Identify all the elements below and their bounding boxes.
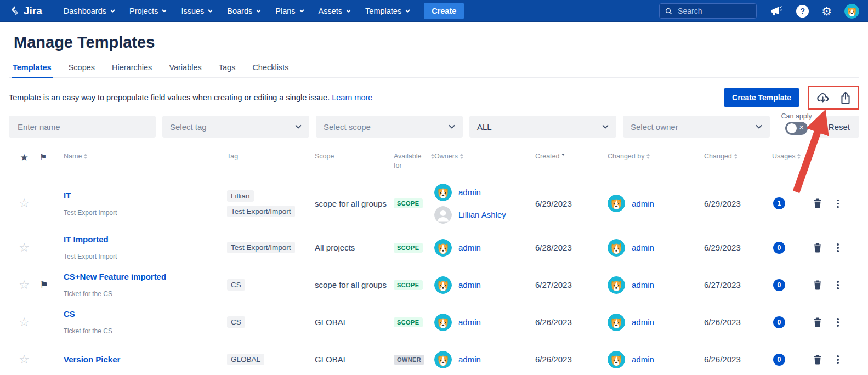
announcements-icon[interactable] — [769, 4, 784, 18]
changed-by-cell: admin — [605, 351, 700, 368]
sort-icon — [797, 154, 801, 159]
owner-link[interactable]: admin — [458, 355, 481, 364]
owner-link[interactable]: Lillian Ashley — [458, 210, 506, 219]
usages-badge[interactable]: 0 — [773, 316, 785, 328]
nav-menu-projects[interactable]: Projects — [122, 0, 174, 22]
delete-button[interactable] — [813, 317, 822, 328]
favorite-star-icon[interactable]: ☆ — [19, 242, 30, 254]
template-name-link[interactable]: IT Imported — [64, 235, 109, 244]
header-created[interactable]: Created — [533, 152, 605, 171]
delete-button[interactable] — [813, 198, 822, 209]
owner-link[interactable]: admin — [458, 280, 481, 289]
scope-filter-select[interactable]: Select scope — [316, 116, 463, 138]
learn-more-link[interactable]: Learn more — [332, 93, 372, 102]
nav-menu-templates[interactable]: Templates — [358, 0, 417, 22]
chevron-down-icon — [602, 124, 609, 129]
more-actions-button[interactable] — [835, 241, 841, 254]
favorite-star-icon[interactable]: ☆ — [19, 354, 30, 366]
delete-button[interactable] — [813, 354, 822, 365]
favorite-column-icon[interactable]: ★ — [20, 152, 28, 164]
header-tag[interactable]: Tag — [223, 152, 310, 171]
chevron-down-icon — [449, 124, 455, 129]
usages-badge[interactable]: 0 — [773, 279, 785, 291]
header-changed-by[interactable]: Changed by — [605, 152, 700, 171]
tag-chip: GLOBAL — [227, 354, 264, 365]
usages-badge[interactable]: 0 — [773, 242, 785, 254]
created-date: 6/26/2023 — [533, 355, 605, 364]
favorite-star-icon[interactable]: ☆ — [19, 279, 30, 291]
template-name-link[interactable]: IT — [64, 191, 71, 200]
nav-menu-boards[interactable]: Boards — [220, 0, 268, 22]
jira-logo-icon — [9, 5, 21, 17]
can-apply-toggle[interactable]: ✕ — [785, 122, 808, 135]
table-row: ☆ ⚑ CS Ticket for the CS CS GLOBAL SCOPE… — [9, 304, 859, 341]
header-scope[interactable]: Scope — [310, 152, 394, 171]
global-search[interactable] — [659, 3, 757, 19]
header-name[interactable]: Name — [58, 152, 223, 171]
create-template-button[interactable]: Create Template — [724, 88, 799, 107]
nav-create-button[interactable]: Create — [424, 3, 464, 19]
project-filter-select[interactable]: ALL — [469, 116, 616, 138]
more-actions-button[interactable] — [835, 316, 841, 329]
kebab-menu-icon — [835, 316, 841, 329]
trash-icon — [813, 242, 822, 253]
flag-column-icon[interactable]: ⚑ — [39, 152, 47, 163]
help-icon[interactable]: ? — [796, 5, 809, 18]
nav-menu-dashboards[interactable]: Dashboards — [56, 0, 122, 22]
user-avatar[interactable] — [844, 4, 859, 19]
table-header: ★ ⚑ Name Tag Scope Available for Owners … — [9, 152, 859, 178]
brand-name: Jira — [24, 5, 42, 17]
more-actions-button[interactable] — [835, 353, 841, 366]
header-available-for[interactable]: Available for — [394, 152, 434, 171]
changed-by-link[interactable]: admin — [632, 199, 654, 208]
name-filter-input[interactable] — [16, 122, 148, 132]
nav-menu-issues[interactable]: Issues — [174, 0, 220, 22]
import-templates-button[interactable] — [815, 91, 830, 104]
favorite-star-icon[interactable]: ☆ — [19, 316, 30, 328]
template-name-link[interactable]: CS+New Feature imported — [64, 272, 166, 281]
dog-avatar — [434, 314, 452, 331]
owner-link[interactable]: admin — [458, 243, 481, 252]
dog-avatar — [434, 184, 452, 201]
tab-scopes[interactable]: Scopes — [67, 61, 96, 77]
available-for-badge: SCOPE — [394, 198, 423, 208]
owners-list: admin — [434, 314, 533, 331]
delete-button[interactable] — [813, 242, 822, 253]
nav-menu-assets[interactable]: Assets — [311, 0, 359, 22]
tab-hierarchies[interactable]: Hierarchies — [111, 61, 153, 77]
reset-filters-button[interactable]: Reset — [819, 116, 859, 138]
more-actions-button[interactable] — [835, 197, 841, 211]
tab-checklists[interactable]: Checklists — [251, 61, 290, 77]
name-filter[interactable] — [9, 116, 156, 138]
usages-badge[interactable]: 0 — [773, 354, 785, 366]
export-templates-button[interactable] — [839, 91, 852, 104]
delete-button[interactable] — [813, 280, 822, 291]
usages-badge[interactable]: 1 — [773, 197, 785, 209]
owner-link[interactable]: admin — [458, 188, 481, 197]
header-usages[interactable]: Usages — [768, 152, 813, 171]
owner-filter-select[interactable]: Select owner — [623, 116, 770, 138]
nav-menu-plans[interactable]: Plans — [268, 0, 311, 22]
toolbar: Template is an easy way to prepopulate f… — [9, 85, 859, 110]
header-owners[interactable]: Owners — [434, 152, 533, 171]
tag-filter-select[interactable]: Select tag — [162, 116, 309, 138]
tag-list: CS — [223, 279, 310, 291]
dog-avatar — [608, 195, 625, 212]
gear-icon[interactable]: ⚙ — [821, 5, 832, 17]
changed-by-link[interactable]: admin — [632, 243, 654, 252]
template-name-link[interactable]: CS — [64, 309, 75, 319]
jira-logo[interactable]: Jira — [9, 5, 42, 17]
tab-templates[interactable]: Templates — [12, 61, 53, 77]
template-description: Test Export Import — [64, 253, 117, 260]
owner-link[interactable]: admin — [458, 317, 481, 327]
more-actions-button[interactable] — [835, 279, 841, 292]
header-changed[interactable]: Changed — [700, 152, 768, 171]
tab-tags[interactable]: Tags — [218, 61, 237, 77]
search-input[interactable] — [677, 6, 751, 16]
template-name-link[interactable]: Version Picker — [64, 355, 120, 364]
changed-by-link[interactable]: admin — [632, 355, 654, 364]
tab-variables[interactable]: Variables — [168, 61, 202, 77]
changed-by-link[interactable]: admin — [632, 317, 654, 327]
favorite-star-icon[interactable]: ☆ — [19, 197, 30, 209]
changed-by-link[interactable]: admin — [632, 280, 654, 289]
